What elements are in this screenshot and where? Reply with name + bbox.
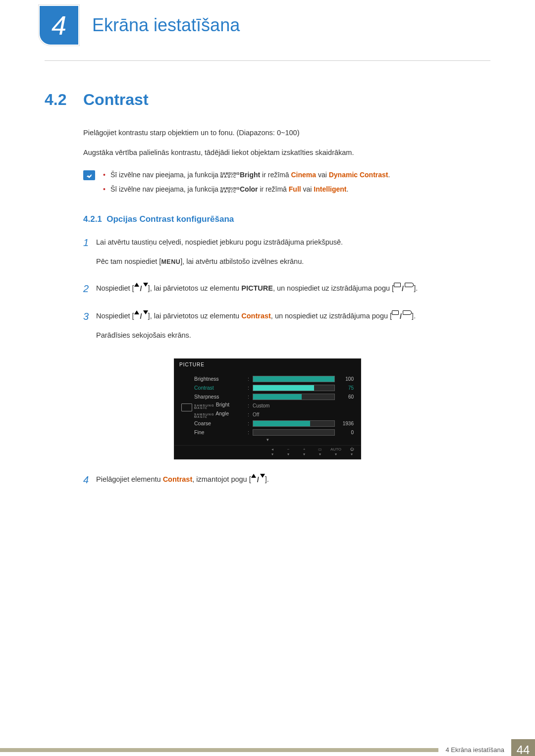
osd-nav-plus-icon: +▾	[298, 447, 310, 456]
step-number: 2	[83, 282, 96, 295]
chapter-title: Ekrāna iestatīšana	[92, 15, 240, 36]
footer-page-number: 44	[511, 739, 535, 756]
page-footer: 4 Ekrāna iestatīšana 44	[0, 739, 535, 756]
step-1-line1: Lai atvērtu taustiņu ceļvedi, nospiediet…	[96, 236, 490, 249]
osd-row-magic-angle: SAMSUNGMAGIC Angle : Off	[181, 410, 354, 419]
step-3: 3 Nospiediet [/], lai pārvietotos uz ele…	[83, 310, 490, 349]
menu-button-label: MENU	[161, 258, 180, 265]
slider-track	[253, 376, 335, 382]
header-rule	[45, 60, 490, 61]
section-title: Contrast	[83, 91, 149, 109]
up-down-icon: /	[134, 310, 148, 323]
osd-row-contrast: Contrast : 75	[181, 383, 354, 392]
step-1: 1 Lai atvērtu taustiņu ceļvedi, nospiedi…	[83, 236, 490, 274]
step-number: 1	[83, 236, 96, 249]
step-number: 4	[83, 473, 96, 486]
up-down-icon: /	[251, 474, 265, 486]
chapter-number: 4	[52, 10, 66, 41]
bullet-icon: •	[103, 184, 106, 196]
section-number: 4.2	[45, 91, 83, 109]
footer-label: 4 Ekrāna iestatīšana	[438, 739, 511, 756]
scroll-down-icon: ▾	[181, 438, 354, 442]
samsung-magic-label: SAMSUNGMAGIC	[220, 172, 240, 178]
osd-row-coarse: Coarse : 1936	[181, 419, 354, 428]
note-line-1: • Šī izvēlne nav pieejama, ja funkcija S…	[103, 169, 490, 181]
footer-bar	[0, 748, 438, 752]
note-block: • Šī izvēlne nav pieejama, ja funkcija S…	[83, 169, 490, 199]
monitor-icon	[181, 403, 192, 411]
osd-nav-power-icon: ⏻▾	[346, 447, 358, 456]
osd-row-magic-bright: SAMSUNGMAGIC Bright : Custom	[181, 401, 354, 410]
slider-track	[253, 429, 335, 436]
slider-track	[253, 385, 335, 391]
slider-track	[253, 394, 335, 400]
step-3-after: Parādīsies sekojošais ekrāns.	[96, 329, 490, 342]
osd-nav-minus-icon: −▾	[282, 447, 294, 456]
up-down-icon: /	[134, 283, 148, 295]
step-number: 3	[83, 310, 96, 323]
rect-buttons-icon: /	[392, 310, 412, 323]
samsung-magic-label: SAMSUNGMAGIC	[220, 187, 240, 193]
intro-p2: Augstāka vērtība palielinās kontrastu, t…	[83, 148, 490, 158]
bullet-icon: •	[103, 169, 106, 181]
osd-nav-left-icon: ◂▾	[267, 447, 278, 456]
note-icon	[83, 170, 95, 180]
chapter-number-badge: 4	[39, 5, 79, 46]
step-4: 4 Pielāgojiet elementu Contrast, izmanto…	[83, 473, 490, 493]
intro-p1: Pielāgojiet kontrastu starp objektiem un…	[83, 128, 490, 139]
osd-row-brightness: Brightness : 100	[181, 374, 354, 383]
osd-row-fine: Fine : 0	[181, 428, 354, 437]
osd-footer: ◂▾ −▾ +▾ ▭▾ AUTO▾ ⏻▾	[174, 445, 361, 459]
slider-track	[253, 420, 335, 427]
step-2: 2 Nospiediet [/], lai pārvietotos uz ele…	[83, 282, 490, 302]
rect-buttons-icon: /	[394, 283, 414, 295]
osd-picture-menu: PICTURE Brightness : 100 Contrast : 75 S…	[174, 358, 361, 459]
osd-nav-auto: AUTO▾	[330, 447, 342, 456]
chapter-header: 4 Ekrāna iestatīšana	[39, 5, 535, 46]
note-line-2: • Šī izvēlne nav pieejama, ja funkcija S…	[103, 184, 490, 196]
subsection-heading: 4.2.1 Opcijas Contrast konfigurēšana	[83, 214, 490, 224]
step-1-line2: Pēc tam nospiediet [MENU], lai atvērtu a…	[96, 255, 490, 268]
osd-nav-enter-icon: ▭▾	[314, 447, 326, 456]
osd-title: PICTURE	[174, 359, 361, 370]
section-heading: 4.2 Contrast	[45, 91, 490, 109]
osd-row-sharpness: Sharpness : 60	[181, 392, 354, 401]
